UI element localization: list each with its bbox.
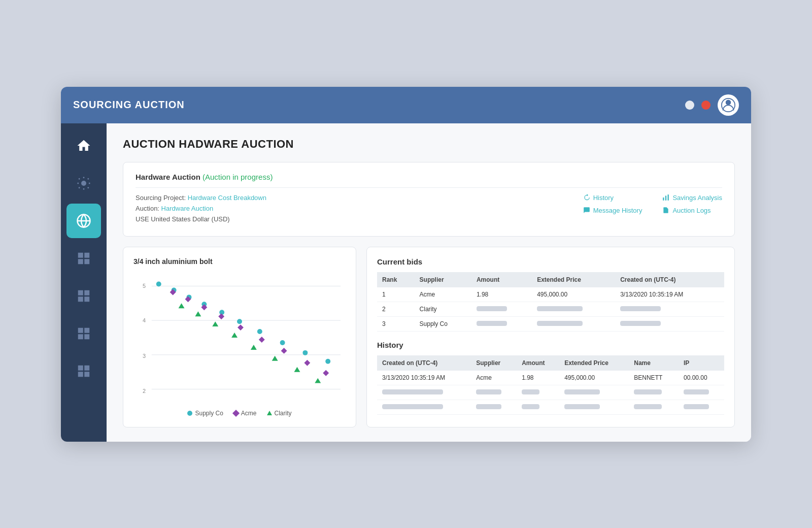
placeholder-bar <box>477 306 507 311</box>
placeholder-bar <box>476 389 501 394</box>
chart-title: 3/4 inch aluminium bolt <box>133 257 346 266</box>
auction-name: Hardware Auction <box>136 173 200 181</box>
svg-rect-12 <box>78 327 83 333</box>
link-col-left: History Message History <box>583 194 642 214</box>
h-col-extended: Extended Price <box>559 355 629 371</box>
legend-clarity: Clarity <box>267 410 292 417</box>
h-created-2 <box>377 385 471 400</box>
auction-label: Auction: <box>136 205 159 212</box>
svg-marker-45 <box>238 324 244 331</box>
placeholder-bar <box>537 321 583 326</box>
history-row-2 <box>377 385 724 400</box>
placeholder-bar <box>522 389 539 394</box>
history-title: History <box>377 341 724 349</box>
sidebar-item-nav4[interactable] <box>66 354 101 388</box>
auction-line: Auction: Hardware Auction <box>136 205 563 212</box>
savings-analysis-link[interactable]: Savings Analysis <box>662 194 722 202</box>
h-extended-1: 495,000.00 <box>559 371 629 385</box>
sourcing-label: Sourcing Project: <box>136 194 186 202</box>
col-amount: Amount <box>471 272 532 287</box>
bid-extended-1: 495,000.00 <box>532 287 615 302</box>
auction-info-left: Sourcing Project: Hardware Cost Breakdow… <box>136 194 563 226</box>
sidebar-item-home[interactable] <box>66 128 101 163</box>
svg-point-0 <box>726 100 731 105</box>
placeholder-bar <box>477 321 507 326</box>
h-name-3 <box>629 400 679 414</box>
history-section: History Created on (UTC-4) Supplier Amou… <box>377 341 724 415</box>
svg-rect-20 <box>663 197 664 201</box>
svg-marker-52 <box>212 321 218 326</box>
placeholder-bar <box>634 404 662 409</box>
h-extended-3 <box>559 400 629 414</box>
svg-text:2: 2 <box>143 388 146 394</box>
svg-marker-47 <box>281 347 287 353</box>
auction-logs-link[interactable]: Auction Logs <box>662 207 722 214</box>
h-col-supplier: Supplier <box>471 355 517 371</box>
history-table: Created on (UTC-4) Supplier Amount Exten… <box>377 355 724 415</box>
screen-wrapper: SOURCING AUCTION <box>61 87 751 442</box>
auction-link[interactable]: Hardware Auction <box>161 205 214 212</box>
message-history-label: Message History <box>593 207 642 214</box>
col-rank: Rank <box>377 272 415 287</box>
legend-acme-label: Acme <box>241 410 257 417</box>
svg-rect-11 <box>84 296 89 302</box>
message-history-link[interactable]: Message History <box>583 207 642 214</box>
auction-links: History Message History Savings Analysis <box>583 194 722 214</box>
placeholder-bar <box>522 404 539 409</box>
sidebar-item-settings[interactable] <box>66 166 101 201</box>
h-col-amount: Amount <box>517 355 559 371</box>
svg-rect-14 <box>78 334 83 339</box>
sidebar-item-globe[interactable] <box>66 204 101 238</box>
placeholder-bar <box>564 389 600 394</box>
topbar-avatar[interactable] <box>718 94 739 116</box>
h-ip-3 <box>679 400 724 414</box>
svg-rect-22 <box>668 194 669 201</box>
topbar-notification-icon[interactable] <box>701 101 710 110</box>
h-amount-3 <box>517 400 559 414</box>
sidebar-item-nav1[interactable] <box>66 241 101 276</box>
h-col-ip: IP <box>679 355 724 371</box>
main-layout: AUCTION HADWARE AUCTION Hardware Auction… <box>61 123 751 442</box>
history-link[interactable]: History <box>583 194 642 202</box>
topbar: SOURCING AUCTION <box>61 87 751 123</box>
svg-rect-8 <box>78 290 83 295</box>
legend-clarity-label: Clarity <box>275 410 292 417</box>
svg-rect-9 <box>84 290 89 295</box>
h-created-3 <box>377 400 471 414</box>
sidebar-item-nav3[interactable] <box>66 316 101 351</box>
svg-point-40 <box>325 358 330 364</box>
bid-rank-2: 2 <box>377 302 415 316</box>
bids-history-card: Current bids Rank Supplier Amount Extend… <box>366 247 735 427</box>
svg-marker-57 <box>315 378 321 383</box>
currency-line: USE United States Dollar (USD) <box>136 215 563 223</box>
bid-supplier-3: Supply Co <box>415 316 471 331</box>
svg-text:4: 4 <box>143 317 146 323</box>
history-row-3 <box>377 400 724 414</box>
svg-marker-56 <box>294 367 300 372</box>
svg-rect-21 <box>665 196 666 201</box>
svg-marker-53 <box>231 333 238 338</box>
svg-rect-5 <box>84 252 89 257</box>
legend-acme: Acme <box>233 410 257 417</box>
sourcing-link[interactable]: Hardware Cost Breakdown <box>188 194 266 202</box>
svg-rect-16 <box>78 365 83 370</box>
bids-row-1: 1 Acme 1.98 495,000.00 3/13/2020 10:35:1… <box>377 287 724 302</box>
svg-marker-51 <box>195 311 201 316</box>
sidebar <box>61 123 107 442</box>
auction-card-header: Hardware Auction (Auction in progress) <box>136 173 722 188</box>
svg-marker-55 <box>272 355 278 360</box>
topbar-dot-icon <box>685 101 694 110</box>
sidebar-item-nav2[interactable] <box>66 279 101 313</box>
svg-point-31 <box>156 281 161 286</box>
h-col-name: Name <box>629 355 679 371</box>
auction-info-row: Sourcing Project: Hardware Cost Breakdow… <box>136 194 722 226</box>
h-col-created: Created on (UTC-4) <box>377 355 471 371</box>
bid-supplier-1: Acme <box>415 287 471 302</box>
current-bids-table: Rank Supplier Amount Extended Price Crea… <box>377 272 724 332</box>
svg-point-38 <box>280 340 285 345</box>
placeholder-bar <box>564 404 600 409</box>
svg-marker-50 <box>179 303 185 308</box>
bid-created-3 <box>615 316 724 331</box>
legend-supply-co: Supply Co <box>187 410 223 417</box>
placeholder-bar <box>537 306 583 311</box>
